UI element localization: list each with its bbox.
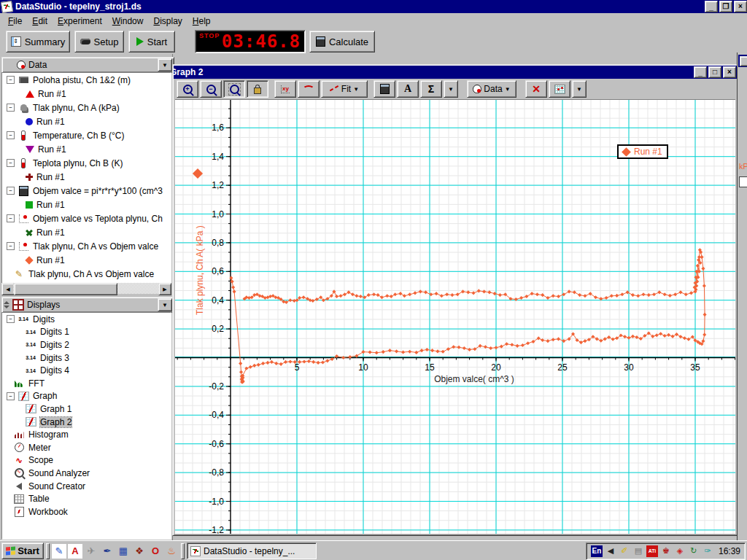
start-button[interactable]: Start xyxy=(1,542,44,559)
data-source-item[interactable]: −Tlak plynu, Ch A (kPa) xyxy=(2,101,171,114)
slope-tool-button[interactable] xyxy=(298,80,320,98)
text-annotation-button[interactable]: A xyxy=(397,80,419,98)
display-item-fft[interactable]: FFT xyxy=(2,377,171,390)
menu-item-edit[interactable]: Edit xyxy=(27,15,53,28)
expand-box-icon[interactable]: − xyxy=(7,159,15,167)
graph-minimize-button[interactable]: _ xyxy=(694,66,707,78)
display-item-digits-1[interactable]: 3.14Digits 1 xyxy=(2,326,171,339)
expand-box-icon[interactable]: − xyxy=(7,104,15,112)
delete-button[interactable]: ✕ xyxy=(525,80,547,98)
graph-close-button[interactable]: × xyxy=(723,66,736,78)
chart-plot[interactable]: 51015202530351,61,41,21,00,80,60,40,2-0,… xyxy=(175,100,735,534)
axes-lock-button[interactable] xyxy=(247,80,268,98)
display-item-digits-2[interactable]: 3.14Digits 2 xyxy=(2,338,171,351)
display-item-digits[interactable]: −3.14Digits xyxy=(2,313,171,326)
display-item-scope[interactable]: ∿Scope xyxy=(2,454,171,467)
fire-icon[interactable]: ♨ xyxy=(164,544,179,559)
menu-item-help[interactable]: Help xyxy=(187,15,216,28)
sync-icon[interactable]: ↻ xyxy=(688,545,700,557)
run-item[interactable]: Run #1 xyxy=(2,142,171,156)
calculator-icon[interactable]: ▦ xyxy=(116,544,131,559)
display-item-sound-creator[interactable]: Sound Creator xyxy=(2,480,171,493)
task-button-datastudio[interactable]: DataStudio - tepelny_... xyxy=(187,542,317,559)
summary-button[interactable]: ⇕ Summary xyxy=(6,31,70,52)
creature-icon[interactable]: ♚ xyxy=(660,545,672,557)
display-item-digits-3[interactable]: 3.14Digits 3 xyxy=(2,351,171,365)
display-item-histogram[interactable]: Histogram xyxy=(2,428,171,441)
menu-item-display[interactable]: Display xyxy=(148,15,187,28)
zoom-out-button[interactable]: − xyxy=(200,80,222,98)
expand-box-icon[interactable]: − xyxy=(7,315,15,323)
draw-pen-icon[interactable]: ✑ xyxy=(702,545,713,557)
chart-area[interactable]: 51015202530351,61,41,21,00,80,60,40,2-0,… xyxy=(175,99,735,534)
zoom-select-button[interactable] xyxy=(223,80,245,98)
display-item-digits-4[interactable]: 3.14Digits 4 xyxy=(2,364,171,377)
data-source-item[interactable]: −Temperature, Ch B (°C) xyxy=(2,128,171,142)
pen-icon[interactable]: ✒ xyxy=(100,544,115,559)
run-item[interactable]: Run #1 xyxy=(2,253,171,267)
data-source-item[interactable]: −Poloha pistu, Ch 1&2 (m) xyxy=(2,73,171,87)
display-item-workbook[interactable]: Workbook xyxy=(2,505,171,518)
run-item[interactable]: Run #1 xyxy=(2,114,171,128)
graph-settings-menu-button[interactable]: ▼ xyxy=(572,80,587,98)
expand-box-icon[interactable]: − xyxy=(7,187,15,195)
language-indicator[interactable]: En xyxy=(591,545,603,557)
display-item-graph[interactable]: −Graph xyxy=(2,390,171,403)
data-source-item[interactable]: −Objem valce vs Teplota plynu, Ch xyxy=(2,211,171,225)
smart-cursor-button[interactable]: xy xyxy=(274,80,296,98)
notes-icon[interactable]: ✎ xyxy=(52,544,66,559)
display-item-sound-analyzer[interactable]: ∿Sound Analyzer xyxy=(2,467,171,480)
run-item[interactable]: Run #1 xyxy=(2,87,171,101)
scheduler-icon[interactable]: ▤ xyxy=(632,545,644,557)
run-item[interactable]: Run #1 xyxy=(2,198,171,211)
legend[interactable]: Run #1 xyxy=(617,144,668,159)
run-item[interactable]: Run #1 xyxy=(2,225,171,239)
volume-icon[interactable]: ◀ xyxy=(605,545,616,557)
calculate-button[interactable]: Calculate xyxy=(309,31,375,52)
flash-icon[interactable]: ◈ xyxy=(674,545,686,557)
graph-titlebar[interactable]: Graph 2 _ □ × xyxy=(174,66,737,79)
display-item-meter[interactable]: Meter xyxy=(2,441,171,454)
data-source-item[interactable]: ✎Tlak plynu, Ch A vs Objem valce xyxy=(2,267,171,281)
minimize-button[interactable]: _ xyxy=(705,1,718,12)
paint-icon[interactable]: ✐ xyxy=(619,545,630,557)
menu-item-window[interactable]: Window xyxy=(107,15,149,28)
graph-settings-button[interactable] xyxy=(549,80,570,98)
zoom-in-button[interactable]: + xyxy=(177,80,198,98)
data-menu-button[interactable]: Data▼ xyxy=(467,80,516,98)
expand-box-icon[interactable]: − xyxy=(7,392,15,400)
display-item-table[interactable]: Table xyxy=(2,492,171,505)
ati-icon[interactable]: ATi xyxy=(646,545,658,557)
calculator-button[interactable] xyxy=(374,80,395,98)
close-button[interactable]: × xyxy=(734,1,747,12)
opera-icon[interactable]: O xyxy=(148,544,163,559)
expand-box-icon[interactable]: − xyxy=(7,76,15,84)
menu-item-experiment[interactable]: Experiment xyxy=(53,15,107,28)
restore-button[interactable]: ❐ xyxy=(719,1,732,12)
displays-panel-header[interactable]: Displays ▼ xyxy=(1,297,174,313)
menu-item-file[interactable]: File xyxy=(3,15,27,28)
bird-icon[interactable]: ✈ xyxy=(84,544,98,559)
statistics-menu-button[interactable]: ▼ xyxy=(444,80,458,98)
statistics-button[interactable]: Σ xyxy=(420,80,442,98)
start-button-toolbar[interactable]: Start xyxy=(128,31,175,52)
scroll-right-button[interactable]: ▶ xyxy=(158,283,171,295)
run-item[interactable]: Run #1 xyxy=(2,170,171,184)
expand-box-icon[interactable]: − xyxy=(7,214,15,222)
scrollbar-thumb[interactable] xyxy=(14,283,117,295)
background-window-sliver[interactable]: kP xyxy=(737,52,747,540)
graph-maximize-button[interactable]: □ xyxy=(708,66,721,78)
data-panel-header[interactable]: Data ▼ xyxy=(1,57,174,73)
display-item-graph-1[interactable]: Graph 1 xyxy=(2,402,171,416)
fit-menu-button[interactable]: Fit▼ xyxy=(321,80,368,98)
display-item-graph-2[interactable]: Graph 2 xyxy=(2,416,171,429)
expand-box-icon[interactable]: − xyxy=(7,242,15,250)
dragon-icon[interactable]: ❖ xyxy=(132,544,147,559)
data-tree-hscrollbar[interactable]: ◀ ▶ xyxy=(1,283,170,295)
setup-button[interactable]: Setup xyxy=(74,31,124,52)
data-source-item[interactable]: −Tlak plynu, Ch A vs Objem valce xyxy=(2,239,171,253)
data-source-item[interactable]: −Teplota plynu, Ch B (K) xyxy=(2,156,171,170)
data-source-item[interactable]: −Objem valce = pi*r*r*y*100 (cm^3 xyxy=(2,184,171,198)
data-dropdown-button[interactable]: ▼ xyxy=(158,58,172,71)
acrobat-icon[interactable]: A xyxy=(68,544,82,559)
